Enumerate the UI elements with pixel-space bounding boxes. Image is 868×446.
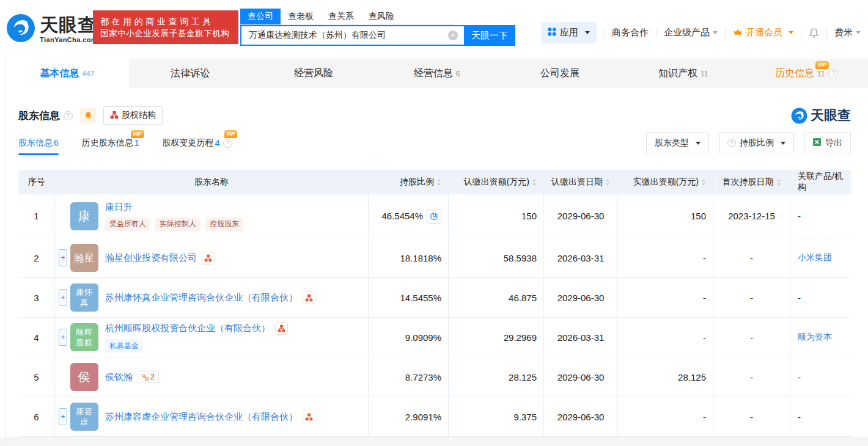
expand-slot: + bbox=[59, 408, 67, 425]
related-org-link[interactable]: 顺为资本 bbox=[798, 332, 832, 343]
nav-open-vip[interactable]: 开通会员 bbox=[733, 27, 793, 38]
subtab-label: 股权变更历程 bbox=[163, 137, 214, 148]
shareholder-name-link[interactable]: 苏州康容虚企业管理咨询合伙企业（有限合伙） bbox=[105, 411, 298, 423]
clear-search-icon[interactable]: ✕ bbox=[448, 31, 458, 40]
shareholder-name-link[interactable]: 康日升 bbox=[105, 202, 133, 213]
column-header[interactable]: 实缴出资额(万元) bbox=[618, 170, 713, 194]
subtab-count: 6 bbox=[54, 138, 59, 148]
company-tab[interactable]: 经营信息6 bbox=[375, 59, 499, 88]
crown-icon bbox=[733, 27, 743, 38]
equity-chart-icon[interactable] bbox=[275, 322, 288, 335]
ratio-cell: 14.5455% bbox=[369, 278, 449, 317]
subscribed-date-cell: 2026-03-31 bbox=[544, 238, 618, 277]
column-header[interactable]: 认缴出资额(万元) bbox=[449, 170, 544, 194]
expand-slot: + bbox=[59, 289, 67, 306]
fund-tag[interactable]: 私募基金 bbox=[105, 339, 143, 353]
notifications-bell-icon[interactable] bbox=[809, 27, 819, 38]
expand-slot: + bbox=[59, 329, 67, 346]
subscribed-amount-cell: 29.2969 bbox=[449, 318, 544, 357]
shareholder-name-link[interactable]: 苏州康怀真企业管理咨询合伙企业（有限合伙） bbox=[105, 292, 298, 304]
subtab-count: 4 bbox=[215, 138, 220, 148]
company-tab[interactable]: 基本信息447 bbox=[6, 59, 129, 88]
expand-button[interactable]: + bbox=[59, 289, 67, 306]
search-tab[interactable]: 查关系 bbox=[321, 9, 361, 24]
shareholder-subtab[interactable]: 股东信息6 bbox=[18, 131, 59, 155]
shareholder-tag: 控股股东 bbox=[205, 218, 243, 231]
tianyancha-logo[interactable]: 天眼查 TianYanCha.com bbox=[6, 13, 97, 45]
ratio-cell: 8.7273% bbox=[369, 357, 449, 397]
company-tab[interactable]: 法律诉讼 bbox=[129, 59, 252, 88]
nav-business-cooperation[interactable]: 商务合作 bbox=[612, 27, 649, 38]
equity-chart-icon[interactable] bbox=[303, 411, 315, 423]
chevron-down-icon bbox=[585, 31, 590, 34]
related-cell: 顺为资本 bbox=[790, 318, 851, 357]
site-header: 天眼查 TianYanCha.com 都在用的商业查询工具 国家中小企业发展子基… bbox=[0, 0, 868, 59]
subscribed-date-cell: 2029-06-30 bbox=[544, 278, 618, 317]
search-tab[interactable]: 查公司 bbox=[240, 9, 281, 24]
search-tab[interactable]: 查老板 bbox=[281, 9, 321, 24]
sort-icon[interactable] bbox=[605, 178, 610, 186]
help-icon[interactable]: ? bbox=[828, 69, 837, 78]
vip-badge: VIP bbox=[131, 130, 144, 138]
tab-count: 11 bbox=[701, 70, 708, 78]
column-header[interactable]: 认缴出资日期 bbox=[544, 170, 618, 194]
subscribed-amount-cell: 28.125 bbox=[449, 357, 544, 397]
company-tab[interactable]: 公司发展 bbox=[498, 59, 622, 88]
company-tab[interactable]: 知识产权11 bbox=[622, 59, 745, 88]
divider bbox=[826, 29, 827, 37]
company-tab[interactable]: 经营风险 bbox=[252, 59, 375, 88]
tianyancha-logo-icon bbox=[6, 13, 35, 45]
nav-username[interactable]: 费米 bbox=[834, 27, 861, 38]
search-input[interactable] bbox=[240, 25, 464, 46]
paid-amount-cell: - bbox=[618, 318, 713, 357]
related-cell: 小米集团 bbox=[790, 238, 851, 277]
expand-button[interactable]: + bbox=[59, 249, 67, 266]
subscribed-amount-cell: 46.875 bbox=[449, 278, 544, 317]
search-submit-button[interactable]: 天眼一下 bbox=[464, 25, 515, 46]
apps-label: 应用 bbox=[560, 27, 578, 38]
related-org-link[interactable]: 小米集团 bbox=[798, 252, 832, 263]
shareholder-type-filter[interactable]: 股东类型 bbox=[646, 133, 709, 153]
column-header[interactable]: 持股比例 bbox=[369, 170, 449, 194]
equity-structure-button[interactable]: 股权结构 bbox=[103, 106, 163, 125]
column-header[interactable]: 首次持股日期 bbox=[713, 170, 790, 194]
divider bbox=[656, 29, 657, 37]
ratio-filter[interactable]: ? 持股比例 bbox=[719, 133, 794, 153]
expand-button[interactable]: + bbox=[59, 408, 67, 425]
shareholder-subtab[interactable]: 历史股东信息1VIP bbox=[82, 131, 139, 155]
page-bottom-strip bbox=[0, 437, 868, 446]
shareholder-name-link[interactable]: 杭州顺晖股权投资合伙企业（有限合伙） bbox=[105, 323, 270, 334]
shareholder-name-link[interactable]: 瀚星创业投资有限公司 bbox=[105, 252, 197, 264]
logo-domain: TianYanCha.com bbox=[40, 37, 97, 43]
sort-icon[interactable] bbox=[701, 178, 706, 186]
pie-chart-icon[interactable] bbox=[427, 209, 441, 224]
slogan-line-1: 都在用的商业查询工具 bbox=[100, 15, 231, 27]
slogan-banner: 都在用的商业查询工具 国家中小企业发展子基金旗下机构 bbox=[93, 10, 238, 44]
shareholder-avatar: 康容虚 bbox=[70, 403, 98, 431]
shareholder-subtab[interactable]: 股权变更历程4VIP? bbox=[163, 131, 233, 155]
equity-chart-icon[interactable] bbox=[202, 252, 215, 265]
chevron-down-icon bbox=[696, 142, 701, 145]
help-icon[interactable]: ? bbox=[223, 139, 232, 148]
ratio-cell: 9.0909% bbox=[369, 318, 449, 357]
company-tab[interactable]: 历史信息11VIP? bbox=[745, 59, 868, 88]
section-help-icon[interactable]: ? bbox=[64, 111, 73, 120]
search-tab[interactable]: 查风险 bbox=[361, 9, 402, 24]
relation-count-badge[interactable]: 2 bbox=[138, 371, 159, 383]
tab-label: 知识产权 bbox=[658, 67, 697, 80]
expand-button[interactable]: + bbox=[59, 329, 67, 346]
equity-chart-icon[interactable] bbox=[303, 291, 315, 304]
sort-icon[interactable] bbox=[532, 178, 537, 186]
sort-icon[interactable] bbox=[776, 178, 781, 186]
excel-icon bbox=[812, 137, 822, 148]
row-seq: 5 bbox=[18, 357, 55, 397]
paid-amount-cell: - bbox=[618, 238, 713, 277]
divider bbox=[604, 29, 605, 37]
tab-label: 经营信息 bbox=[414, 67, 453, 80]
nav-enterprise-products[interactable]: 企业级产品 bbox=[664, 27, 718, 38]
sort-icon[interactable] bbox=[436, 178, 441, 186]
shareholder-name-link[interactable]: 侯钦瀚 bbox=[105, 371, 133, 383]
apps-menu-button[interactable]: 应用 bbox=[541, 22, 597, 43]
export-button[interactable]: 导出 bbox=[804, 133, 851, 153]
monitor-bell-button[interactable] bbox=[80, 108, 96, 123]
